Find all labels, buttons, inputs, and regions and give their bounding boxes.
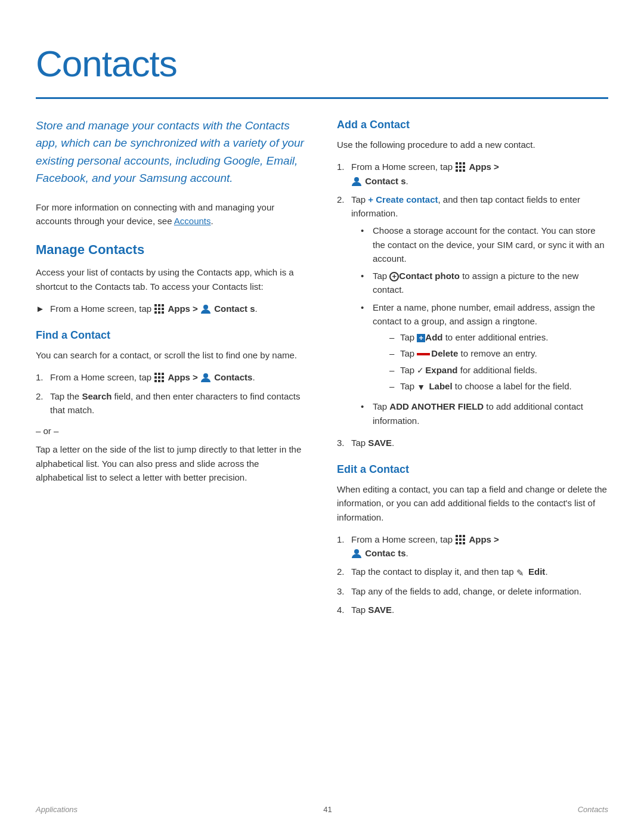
bullet-info-text: Enter a name, phone number, email addres…: [373, 301, 608, 397]
bullet-dot-2: •: [361, 269, 369, 297]
svg-point-19: [203, 373, 208, 378]
bullet-info: • Enter a name, phone number, email addr…: [361, 301, 608, 397]
svg-rect-28: [463, 169, 465, 172]
body-intro-text: For more information on connecting with …: [36, 202, 274, 226]
dash-label: – Tap ▼ Label to choose a label for the …: [389, 379, 608, 394]
svg-rect-13: [154, 376, 157, 379]
svg-rect-8: [162, 311, 164, 314]
bullet-dot-1: •: [361, 224, 369, 265]
bullet-add-field: • Tap ADD ANOTHER FIELD to add additiona…: [361, 400, 608, 428]
edit-step-1: 1. From a Home screen, tap: [337, 532, 608, 561]
add-step-num-3: 3.: [337, 436, 346, 450]
create-contact-label: + Create contact: [368, 194, 438, 205]
edit-contact-section: Edit a Contact When editing a contact, y…: [337, 462, 608, 617]
edit-contact-description: When editing a contact, you can tap a fi…: [337, 482, 608, 524]
add-another-field-bold: ADD ANOTHER FIELD: [389, 401, 484, 411]
add-step-num-1: 1.: [337, 160, 346, 188]
find-contact-description: You can search for a contact, or scroll …: [36, 348, 307, 362]
dash-delete-text: Tap Delete to remove an entry.: [400, 346, 537, 360]
svg-rect-21: [459, 162, 462, 165]
edit-step-num-3: 3.: [337, 584, 346, 598]
edit-step-3-text: Tap any of the fields to add, change, or…: [351, 584, 581, 598]
bullet-photo: • Tap +Contact photo to assign a picture…: [361, 269, 608, 297]
svg-rect-22: [463, 162, 465, 165]
arrow-icon: ►: [36, 302, 45, 315]
svg-rect-6: [154, 311, 157, 314]
find-step-2: 2. Tap the Search field, and then enter …: [36, 389, 307, 417]
contacts-label-arrow: Contact s: [214, 304, 255, 314]
dash-label-text: Tap ▼ Label to choose a label for the fi…: [400, 379, 572, 394]
apps-icon-2: [154, 372, 165, 383]
svg-rect-36: [456, 542, 458, 544]
apps-label-3: Apps >: [469, 162, 499, 172]
svg-rect-7: [158, 311, 160, 314]
dash-sym-4: –: [389, 379, 397, 394]
edit-step-3: 3. Tap any of the fields to add, change,…: [337, 584, 608, 598]
edit-step-1-text: From a Home screen, tap: [351, 532, 499, 561]
step-2-text: Tap the Search field, and then enter cha…: [50, 389, 307, 417]
page-title: Contacts: [36, 36, 608, 91]
find-step-1: 1. From a Home screen, tap: [36, 370, 307, 384]
accounts-link[interactable]: Accounts: [174, 216, 211, 226]
add-plus-icon: +: [417, 334, 425, 342]
svg-rect-31: [459, 535, 462, 537]
svg-rect-35: [463, 538, 465, 541]
manage-contacts-description: Access your list of contacts by using th…: [36, 265, 307, 293]
add-step-2: 2. Tap + Create contact, and then tap co…: [337, 193, 608, 431]
svg-rect-33: [456, 538, 458, 541]
svg-rect-30: [456, 535, 458, 537]
add-contact-description: Use the following procedure to add a new…: [337, 138, 608, 151]
body-intro-end: .: [211, 216, 213, 226]
add-contact-heading: Add a Contact: [337, 117, 608, 133]
svg-rect-20: [456, 162, 458, 165]
dash-sym-2: –: [389, 346, 397, 360]
contacts-label-2: Contacts: [214, 372, 252, 382]
edit-step-4: 4. Tap SAVE.: [337, 603, 608, 617]
add-step-1-text: From a Home screen, tap: [351, 160, 499, 188]
apps-label-2: Apps >: [168, 372, 197, 382]
edit-step-4-text: Tap SAVE.: [351, 603, 394, 617]
svg-rect-25: [463, 166, 465, 168]
find-contact-heading: Find a Contact: [36, 327, 307, 343]
svg-rect-12: [162, 373, 164, 375]
svg-rect-26: [456, 169, 458, 172]
svg-rect-27: [459, 169, 462, 172]
label-arrow-icon: ▼: [417, 381, 425, 394]
svg-rect-3: [154, 308, 157, 310]
bullet-add-field-text: Tap ADD ANOTHER FIELD to add additional …: [373, 400, 608, 428]
add-step-num-2: 2.: [337, 193, 346, 431]
intro-text: Store and manage your contacts with the …: [36, 117, 307, 187]
footer: Applications 41 Contacts: [0, 804, 644, 816]
content-wrapper: Store and manage your contacts with the …: [36, 117, 608, 624]
edit-step-num-4: 4.: [337, 603, 346, 617]
apps-label: Apps >: [168, 304, 197, 314]
bullet-dot-3: •: [361, 301, 369, 397]
contact-icon-2: [200, 372, 211, 383]
add-bold: Add: [425, 332, 442, 342]
edit-bold: Edit: [528, 566, 545, 577]
svg-rect-16: [154, 380, 157, 382]
dash-sym-1: –: [389, 330, 397, 344]
add-step-3-text: Tap SAVE.: [351, 436, 394, 450]
svg-rect-18: [162, 380, 164, 382]
contacts-label-4: Contac ts: [365, 548, 405, 558]
right-column: Add a Contact Use the following procedur…: [337, 117, 608, 624]
apps-icon-4: [455, 534, 466, 545]
svg-rect-5: [162, 308, 164, 310]
edit-step-num-1: 1.: [337, 532, 346, 561]
pencil-icon: ✎: [516, 566, 524, 580]
svg-rect-34: [459, 538, 462, 541]
contacts-label-3: Contact s: [365, 176, 405, 186]
apps-label-4: Apps >: [469, 534, 499, 544]
svg-rect-15: [162, 376, 164, 379]
contact-person-icon: [200, 304, 211, 314]
dash-expand-text: Tap ✓Expand for additional fields.: [400, 363, 537, 377]
manage-contacts-section: Manage Contacts Access your list of cont…: [36, 240, 307, 484]
edit-step-2: 2. Tap the contact to display it, and th…: [337, 565, 608, 580]
svg-rect-24: [459, 166, 462, 168]
footer-center: 41: [323, 804, 332, 816]
svg-rect-37: [459, 542, 462, 544]
find-contact-steps: 1. From a Home screen, tap: [36, 370, 307, 417]
bullet-storage-text: Choose a storage account for the contact…: [373, 224, 608, 265]
arrow-step-text: From a Home screen, tap: [50, 302, 258, 315]
